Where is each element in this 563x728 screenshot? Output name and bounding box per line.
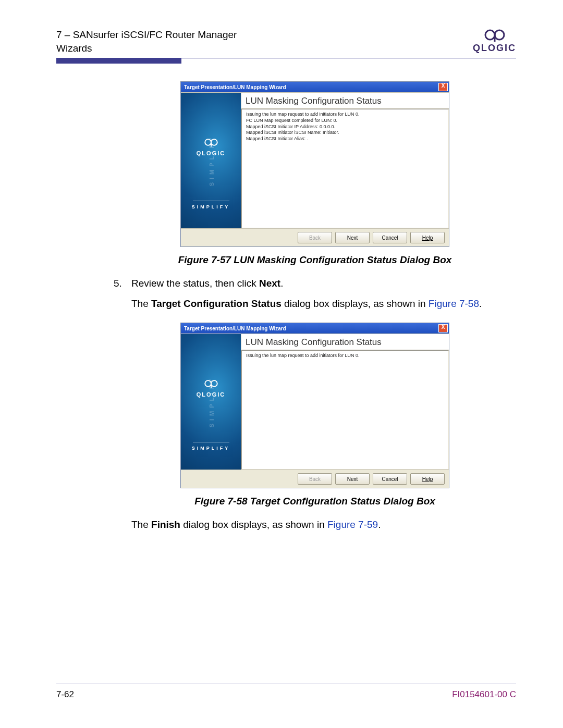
next-button[interactable]: Next (335, 232, 370, 243)
dialog-titlebar: Target Presentation/LUN Mapping Wizard X (181, 323, 449, 334)
side-tagline: SIMPLIFY (181, 201, 241, 209)
close-icon[interactable]: X (438, 324, 448, 332)
svg-point-4 (211, 139, 217, 145)
status-line: Mapped iSCSI Initiator Alias: . (246, 136, 444, 142)
status-line: Issuing the lun map request to add initi… (246, 112, 444, 118)
svg-point-3 (205, 139, 211, 145)
qlogic-logo-icon (483, 28, 507, 42)
wizard-side-panel: SIMPLIFY QLOGIC SIMPLIFY (181, 93, 241, 228)
side-logo: QLOGIC (181, 138, 241, 156)
header-text: 7 – SANsurfer iSCSI/FC Router Manager Wi… (56, 28, 237, 55)
side-logo-text: QLOGIC (181, 150, 241, 156)
dialog-title: Target Presentation/LUN Mapping Wizard (184, 84, 286, 90)
figure-link-7-58[interactable]: Figure 7-58 (429, 298, 479, 309)
step-number: 5. (114, 276, 131, 291)
status-text-area: Issuing the lun map request to add initi… (241, 350, 449, 470)
status-line: Mapped iSCSI Initiator iSCSI Name: Initi… (246, 130, 444, 136)
cancel-button[interactable]: Cancel (373, 232, 407, 243)
back-button: Back (298, 232, 332, 243)
side-tagline: SIMPLIFY (181, 442, 241, 451)
figure-caption-7-57: Figure 7-57 LUN Masking Configuration St… (114, 254, 516, 266)
dialog-lun-masking-status-1: Target Presentation/LUN Mapping Wizard X… (180, 81, 449, 247)
qlogic-logo: QLOGIC (473, 28, 516, 54)
dialog-target-config-status: Target Presentation/LUN Mapping Wizard X… (180, 323, 449, 488)
status-line: FC LUN Map request completed for LUN: 0. (246, 118, 444, 124)
header-rule (56, 58, 516, 64)
qlogic-logo-text: QLOGIC (473, 43, 516, 54)
status-line: Mapped iSCSI Initiator IP Address: 0.0.0… (246, 124, 444, 130)
svg-point-7 (211, 380, 217, 387)
back-button: Back (298, 473, 332, 485)
svg-point-1 (495, 30, 504, 40)
dialog-button-row: Back Next Cancel Help (181, 470, 449, 488)
side-logo-text: QLOGIC (181, 391, 241, 398)
next-button[interactable]: Next (335, 473, 370, 485)
panel-heading: LUN Masking Configuration Status (241, 93, 449, 109)
figure-caption-7-58: Figure 7-58 Target Configuration Status … (114, 496, 516, 507)
dialog-title: Target Presentation/LUN Mapping Wizard (184, 326, 286, 331)
wizard-side-panel: SIMPLIFY QLOGIC SIMPLIFY (181, 334, 241, 470)
status-text-area: Issuing the lun map request to add initi… (241, 109, 449, 228)
page-number: 7-62 (56, 689, 74, 700)
cancel-button[interactable]: Cancel (373, 473, 407, 485)
page-footer: 7-62 FI0154601-00 C (56, 684, 516, 700)
side-logo: QLOGIC (181, 379, 241, 398)
section-title: Wizards (56, 42, 237, 55)
help-button[interactable]: Help (410, 473, 445, 485)
step-subtext: The Target Configuration Status dialog b… (131, 297, 516, 312)
help-button[interactable]: Help (410, 232, 445, 243)
step-text: Review the status, then click Next. (131, 276, 283, 291)
svg-point-6 (205, 380, 211, 387)
dialog-titlebar: Target Presentation/LUN Mapping Wizard X (181, 82, 449, 92)
instruction-step-5: 5. Review the status, then click Next. T… (114, 276, 516, 311)
dialog-button-row: Back Next Cancel Help (181, 228, 449, 246)
page-header: 7 – SANsurfer iSCSI/FC Router Manager Wi… (56, 28, 516, 55)
close-icon[interactable]: X (438, 83, 448, 91)
svg-point-0 (485, 30, 495, 40)
post-figure-text: The Finish dialog box displays, as shown… (114, 517, 516, 533)
panel-heading: LUN Masking Configuration Status (241, 334, 449, 350)
document-id: FI0154601-00 C (452, 689, 516, 700)
chapter-title: 7 – SANsurfer iSCSI/FC Router Manager (56, 28, 237, 42)
status-line: Issuing the lun map request to add initi… (246, 353, 444, 359)
figure-link-7-59[interactable]: Figure 7-59 (327, 519, 378, 530)
